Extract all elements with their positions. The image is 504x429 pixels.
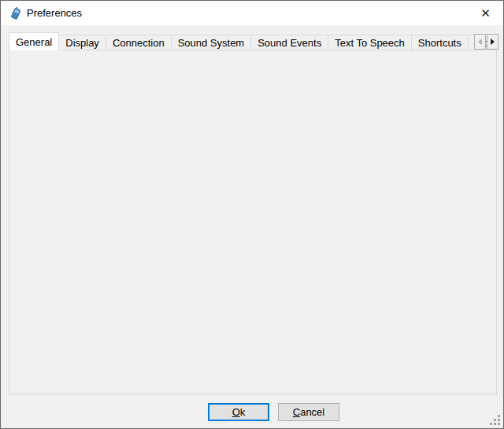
chevron-right-icon xyxy=(491,39,495,45)
tab-sound-events[interactable]: Sound Events xyxy=(250,35,328,50)
ok-button[interactable]: Ok xyxy=(208,403,269,421)
tab-shortcuts[interactable]: Shortcuts xyxy=(411,35,469,50)
chevron-left-icon xyxy=(478,39,482,45)
tab-general[interactable]: General xyxy=(9,32,59,50)
general-tab-pane xyxy=(9,50,497,394)
resize-grip-icon[interactable] xyxy=(490,415,500,425)
cancel-button[interactable]: Cancel xyxy=(278,403,339,421)
close-button[interactable]: ✕ xyxy=(468,1,503,25)
window-title: Preferences xyxy=(27,7,82,19)
tab-sound-system[interactable]: Sound System xyxy=(171,35,252,50)
tab-scroll-buttons xyxy=(474,34,498,50)
tab-strip: General Display Connection Sound System … xyxy=(9,32,497,50)
tab-scroll-left-button[interactable] xyxy=(474,34,486,50)
teamtalk-app-icon xyxy=(9,6,23,20)
tab-scroll-right-button[interactable] xyxy=(487,34,498,50)
tab-text-to-speech[interactable]: Text To Speech xyxy=(328,35,412,50)
preferences-dialog: Preferences ✕ General Display Connection… xyxy=(0,0,504,429)
title-bar[interactable]: Preferences ✕ xyxy=(1,1,503,25)
tab-display[interactable]: Display xyxy=(58,35,106,50)
tab-connection[interactable]: Connection xyxy=(106,35,172,50)
